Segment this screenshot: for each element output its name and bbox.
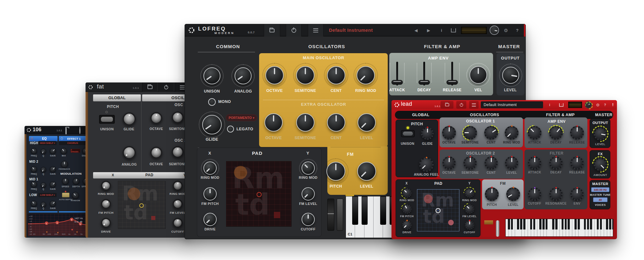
osc1-semitone-knob[interactable] (172, 111, 184, 123)
extraosc-octave-knob[interactable] (264, 113, 283, 132)
attack-slider[interactable] (391, 80, 403, 85)
osc2-cent-knob[interactable] (485, 156, 498, 170)
ampenv-attack-knob[interactable] (528, 126, 541, 140)
master-tune-field[interactable]: 440.00 Hz (591, 187, 609, 192)
high-filter-dropdown[interactable]: HIGH SHELF ▾ (38, 141, 57, 145)
filter-release-knob[interactable] (570, 156, 584, 170)
unison-knob[interactable] (203, 67, 220, 84)
filter-cutoff-knob[interactable] (528, 188, 541, 201)
osc1-semitone-knob[interactable] (463, 126, 477, 140)
folder-icon[interactable] (65, 128, 67, 134)
glide-knob[interactable] (123, 112, 136, 126)
mainosc-octave-knob[interactable] (265, 66, 284, 84)
effect1-power-icon[interactable] (61, 138, 63, 140)
pad-x-drive-knob[interactable] (203, 213, 217, 226)
black-key[interactable] (362, 196, 368, 225)
osc1-cent-knob[interactable] (484, 126, 498, 140)
random-knob[interactable] (72, 192, 79, 199)
fx-amount-knob[interactable] (594, 158, 607, 171)
analog-knob[interactable] (235, 67, 252, 84)
pad-y-fmlevel-knob[interactable] (465, 204, 474, 214)
pitch-wheel[interactable] (496, 220, 499, 237)
xy-pad[interactable]: Rm td (226, 161, 291, 227)
low-freq-knob[interactable] (31, 201, 37, 207)
eq-graph[interactable]: +18 +12 +6 0 -6 -12 -18 10 20 50 100 200… (28, 214, 87, 236)
extraosc-level-knob[interactable] (358, 113, 376, 132)
legato-toggle[interactable] (227, 126, 234, 133)
fm-pitch-knob[interactable] (485, 187, 499, 201)
mid1-freq-knob[interactable] (31, 182, 37, 188)
mid1-q-knob[interactable] (41, 183, 46, 188)
pad-x-drive-knob[interactable] (402, 220, 412, 230)
xy-pad[interactable]: Rm td (118, 181, 166, 229)
effect1-section-header[interactable]: EFFECT 1 (59, 136, 87, 141)
filter-env-knob[interactable] (570, 188, 584, 201)
filter-decay-knob[interactable] (549, 156, 563, 170)
unison-button[interactable] (401, 130, 415, 137)
mid2-freq-knob[interactable] (31, 167, 37, 172)
pitch-wheel[interactable] (327, 199, 334, 231)
ampenv-release-knob[interactable] (570, 126, 584, 140)
eq-power-icon[interactable] (31, 138, 33, 140)
glide-knob[interactable] (421, 127, 434, 140)
pad-y-ringmod-knob[interactable] (173, 181, 183, 191)
mod-wheel[interactable] (337, 199, 343, 231)
analog-knob[interactable] (123, 146, 136, 159)
alert-strip[interactable] (524, 24, 526, 37)
header-volume-knob[interactable] (490, 25, 499, 35)
folder-button[interactable] (441, 101, 453, 109)
fm-level-knob[interactable] (357, 162, 376, 181)
osc2-semitone-knob[interactable] (172, 146, 184, 158)
mainosc-cent-knob[interactable] (327, 66, 345, 84)
portamento-dropdown[interactable]: PORTAMENTO ▾ (226, 114, 257, 121)
eq-node-2[interactable]: 2 (70, 218, 74, 221)
pad-x-ringmod-knob[interactable] (101, 181, 111, 191)
high-q-knob[interactable] (41, 149, 46, 154)
filter-resonance-knob[interactable] (549, 188, 563, 201)
info-button[interactable]: i (546, 101, 553, 109)
mid2-q-knob[interactable] (41, 167, 46, 172)
power-button[interactable] (158, 82, 174, 92)
xy-pad[interactable]: Rm td (417, 189, 459, 231)
gear-button[interactable]: ⚙ (594, 101, 601, 109)
keyboard[interactable]: C1 (346, 196, 399, 238)
low-filter-dropdown[interactable]: LOW SHELF ▾ (38, 193, 57, 197)
pad-cursor[interactable] (257, 192, 262, 197)
ampenv-decay-knob[interactable] (549, 126, 563, 140)
auto-depth-button[interactable] (62, 193, 69, 197)
low-q-knob[interactable] (41, 202, 46, 207)
release-slider[interactable] (447, 80, 458, 85)
extraosc-cent-knob[interactable] (327, 113, 345, 132)
mono-toggle[interactable] (208, 98, 216, 106)
pad-x-fmpitch-knob[interactable] (402, 204, 412, 214)
pad-y-cutoff-knob[interactable] (302, 213, 315, 226)
save-button[interactable]: ↓ (448, 24, 459, 37)
pad-y-ringmod-knob[interactable] (465, 188, 474, 198)
gear-button[interactable]: ⚙ (501, 24, 511, 37)
voices-field[interactable]: 40 (593, 197, 608, 202)
osc1-octave-knob[interactable] (150, 112, 162, 124)
black-keys[interactable] (506, 219, 613, 229)
depth-knob[interactable] (73, 178, 80, 185)
save-button[interactable]: ↓ (558, 101, 565, 109)
mid1-gain-knob[interactable] (50, 182, 56, 188)
osc1-octave-knob[interactable] (442, 126, 456, 140)
high-freq-knob[interactable] (31, 148, 37, 154)
help-button[interactable]: ? (602, 101, 608, 109)
pad-y-ringmod-knob[interactable] (302, 161, 315, 175)
eq-section-header[interactable]: EQ (29, 136, 58, 141)
pad-y-cutoff-knob[interactable] (173, 218, 183, 228)
low-gain-knob[interactable] (50, 201, 56, 207)
chorus-type-dropdown[interactable]: CHORUS (59, 141, 86, 145)
next-preset-button[interactable]: ▶ (423, 24, 435, 37)
unison-button[interactable] (99, 115, 115, 124)
extraosc-semitone-knob[interactable] (296, 113, 314, 132)
pad-y-fmlevel-knob[interactable] (173, 199, 183, 209)
decay-slider[interactable] (419, 80, 430, 85)
filter-attack-knob[interactable] (528, 156, 541, 170)
stages-button[interactable]: 2 STAGES (70, 149, 80, 153)
pad-cursor[interactable] (139, 203, 144, 208)
preset-box[interactable]: Default Instrument (481, 101, 543, 108)
osc1-ringmod-knob[interactable] (505, 126, 519, 140)
vel-knob[interactable] (469, 66, 487, 84)
